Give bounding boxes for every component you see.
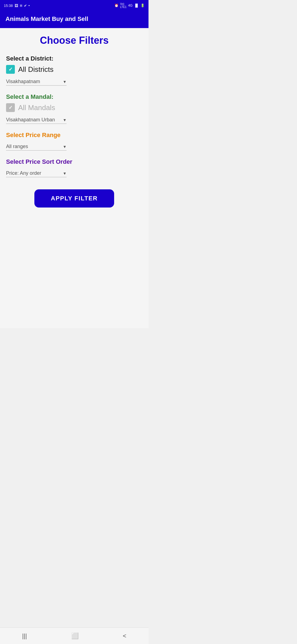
all-districts-checkbox[interactable]: ✓ xyxy=(6,65,15,74)
app-header: Animals Market Buy and Sell xyxy=(0,11,148,28)
all-mandals-checkbox[interactable]: ✓ xyxy=(6,103,15,112)
alarm-icon: ⏰ xyxy=(114,4,119,7)
price-range-section: Select Price Range All ranges 0 - 5000 5… xyxy=(6,132,142,152)
district-section: Select a District: ✓ All Districts Visak… xyxy=(6,55,142,87)
status-bar-left: 15:38 🖼 ⊞ ✔ • xyxy=(4,4,30,8)
checkmark-icon: ✓ xyxy=(9,67,13,72)
check-icon: ✔ xyxy=(24,4,27,8)
apply-button-wrapper: APPLY FILTER xyxy=(6,189,142,208)
signal-vo-icon: Vo)LTE1 xyxy=(120,2,127,9)
all-districts-label: All Districts xyxy=(18,65,54,74)
main-content: Choose Filters Select a District: ✓ All … xyxy=(0,28,148,328)
all-mandals-label: All Mandals xyxy=(18,103,55,112)
signal-bars-icon: ▐▌ xyxy=(134,4,139,7)
mandal-dropdown[interactable]: Visakhapatnam Urban Visakhapatnam Rural … xyxy=(6,116,67,124)
price-range-dropdown[interactable]: All ranges 0 - 5000 5000 - 10000 10000 -… xyxy=(6,143,67,151)
page-title: Choose Filters xyxy=(6,35,142,46)
price-range-dropdown-wrapper[interactable]: All ranges 0 - 5000 5000 - 10000 10000 -… xyxy=(6,141,67,152)
status-time: 15:38 xyxy=(4,4,13,8)
status-bar-right: ⏰ Vo)LTE1 4G ▐▌ 🔋 xyxy=(114,2,145,9)
price-sort-section: Select Price Sort Order Price: Any order… xyxy=(6,158,142,178)
image-icon: 🖼 xyxy=(15,4,18,8)
mandal-dropdown-wrapper[interactable]: Visakhapatnam Urban Visakhapatnam Rural … xyxy=(6,115,67,125)
mandal-section: Select a Mandal: ✓ All Mandals Visakhapa… xyxy=(6,93,142,125)
apply-filter-button[interactable]: APPLY FILTER xyxy=(34,189,114,208)
all-mandals-row[interactable]: ✓ All Mandals xyxy=(6,103,142,112)
battery-icon: 🔋 xyxy=(141,4,145,7)
district-dropdown-wrapper[interactable]: Visakhapatnam Vijayawada Guntur Tirupati… xyxy=(6,77,67,87)
dot-icon: • xyxy=(29,4,30,8)
app-title: Animals Market Buy and Sell xyxy=(6,15,88,22)
price-sort-label: Select Price Sort Order xyxy=(6,158,142,165)
price-range-label: Select Price Range xyxy=(6,132,142,139)
image2-icon: ⊞ xyxy=(20,4,22,7)
district-dropdown[interactable]: Visakhapatnam Vijayawada Guntur Tirupati xyxy=(6,78,67,86)
status-bar: 15:38 🖼 ⊞ ✔ • ⏰ Vo)LTE1 4G ▐▌ 🔋 xyxy=(0,0,148,11)
price-sort-dropdown[interactable]: Price: Any order Price: Low to High Pric… xyxy=(6,169,67,177)
4g-icon: 4G xyxy=(128,4,133,7)
price-sort-dropdown-wrapper[interactable]: Price: Any order Price: Low to High Pric… xyxy=(6,168,67,178)
district-label: Select a District: xyxy=(6,55,142,62)
mandal-checkmark-icon: ✓ xyxy=(9,105,13,110)
mandal-label: Select a Mandal: xyxy=(6,93,142,100)
all-districts-row[interactable]: ✓ All Districts xyxy=(6,65,142,74)
